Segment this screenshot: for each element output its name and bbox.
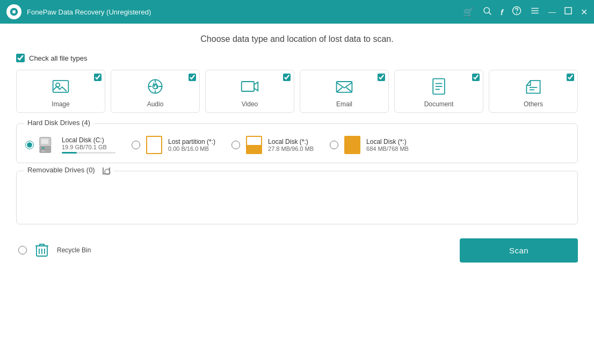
- partition-icon-full: [344, 136, 360, 154]
- scan-button[interactable]: Scan: [460, 238, 578, 263]
- recycle-icon: [34, 241, 49, 259]
- drive-size-partition: 0.00 B/16.0 MB: [168, 145, 215, 152]
- others-icon: [523, 76, 544, 97]
- image-icon: [50, 76, 71, 97]
- drive-radio-star1[interactable]: [231, 141, 240, 149]
- email-icon: [334, 76, 355, 97]
- drive-local-star2[interactable]: Local Disk (*:) 684 MB/768 MB: [330, 135, 409, 155]
- email-label: Email: [336, 100, 352, 108]
- video-icon: [239, 76, 260, 97]
- drive-info-c: Local Disk (C:) 19.9 GB/70.1 GB: [62, 136, 115, 154]
- drive-icon-c: [38, 135, 57, 155]
- drive-lost-partition[interactable]: Lost partition (*:) 0.00 B/16.0 MB: [132, 135, 215, 155]
- cart-icon[interactable]: 🛒: [463, 7, 474, 17]
- removable-drives-inner: [25, 179, 569, 211]
- audio-checkbox[interactable]: [189, 74, 196, 81]
- file-type-email[interactable]: Email: [300, 70, 389, 113]
- hard-disk-title: Hard Disk Drives (4): [24, 119, 93, 127]
- restore-icon[interactable]: [564, 7, 572, 17]
- audio-label: Audio: [147, 100, 164, 108]
- svg-line-1: [489, 12, 491, 14]
- refresh-icon[interactable]: [103, 167, 110, 174]
- svg-rect-22: [42, 148, 45, 149]
- svg-rect-23: [40, 150, 51, 153]
- hard-disk-drives-section: Hard Disk Drives (4): [16, 123, 578, 163]
- drive-local-c[interactable]: Local Disk (C:) 19.9 GB/70.1 GB: [25, 135, 115, 155]
- file-type-video[interactable]: Video: [205, 70, 294, 113]
- svg-rect-25: [41, 139, 48, 144]
- recycle-bin-label: Recycle Bin: [57, 246, 91, 254]
- main-content: Choose data type and location of lost da…: [0, 24, 594, 364]
- svg-rect-7: [565, 8, 571, 14]
- drive-name-partition: Lost partition (*:): [168, 138, 215, 145]
- drive-local-star1[interactable]: Local Disk (*:) 27.8 MB/96.0 MB: [231, 135, 314, 155]
- document-icon: [428, 76, 450, 97]
- email-checkbox[interactable]: [378, 74, 385, 81]
- drive-radio-c[interactable]: [25, 141, 34, 149]
- file-type-document[interactable]: Document: [394, 70, 483, 113]
- file-type-image[interactable]: Image: [16, 70, 105, 113]
- page-heading: Choose data type and location of lost da…: [16, 34, 578, 44]
- check-all-row: Check all file types: [16, 54, 578, 62]
- drive-icon-star1: [244, 135, 264, 155]
- drive-name-c: Local Disk (C:): [62, 136, 115, 144]
- others-checkbox[interactable]: [567, 74, 574, 81]
- title-bar: FonePaw Data Recovery (Unregistered) 🛒 f…: [0, 0, 594, 24]
- menu-icon[interactable]: [530, 6, 540, 18]
- video-label: Video: [242, 100, 258, 108]
- drive-progress-fill-c: [62, 152, 77, 154]
- removable-drives-section: Removable Drives (0): [16, 171, 578, 224]
- document-checkbox[interactable]: [472, 74, 480, 81]
- document-label: Document: [424, 100, 454, 108]
- scan-button-wrap: Scan: [460, 234, 578, 263]
- drive-icon-star2: [343, 135, 362, 155]
- drive-size-c: 19.9 GB/70.1 GB: [62, 144, 115, 150]
- check-all-checkbox[interactable]: [16, 54, 25, 62]
- drive-icon-partition: [144, 135, 164, 155]
- window-controls: 🛒 f — ✕: [463, 6, 588, 18]
- partition-icon-empty: [146, 136, 162, 154]
- check-all-label[interactable]: Check all file types: [29, 54, 87, 62]
- help-icon[interactable]: [512, 6, 521, 18]
- drive-info-star1: Local Disk (*:) 27.8 MB/96.0 MB: [268, 138, 314, 152]
- video-checkbox[interactable]: [283, 74, 291, 81]
- svg-point-3: [517, 12, 517, 13]
- drive-info-partition: Lost partition (*:) 0.00 B/16.0 MB: [168, 138, 215, 152]
- app-logo: [6, 4, 21, 19]
- drive-radio-partition[interactable]: [132, 141, 140, 149]
- drive-list: Local Disk (C:) 19.9 GB/70.1 GB Lost par…: [25, 132, 569, 155]
- drive-size-star1: 27.8 MB/96.0 MB: [268, 145, 314, 152]
- drive-info-star2: Local Disk (*:) 684 MB/768 MB: [366, 138, 409, 152]
- drive-progress-bar-c: [62, 152, 115, 154]
- svg-point-0: [484, 8, 490, 13]
- minimize-icon[interactable]: —: [548, 8, 556, 16]
- file-type-others[interactable]: Others: [489, 70, 578, 113]
- search-icon[interactable]: [482, 6, 492, 18]
- drive-radio-star2[interactable]: [330, 141, 338, 149]
- close-icon[interactable]: ✕: [581, 7, 588, 17]
- partition-icon-half: [246, 136, 262, 154]
- file-types-row: Image Audio: [16, 70, 578, 113]
- facebook-icon[interactable]: f: [501, 8, 503, 17]
- removable-drives-title: Removable Drives (0): [24, 166, 113, 174]
- drive-name-star2: Local Disk (*:): [366, 138, 409, 145]
- recycle-radio[interactable]: [18, 246, 27, 254]
- image-checkbox[interactable]: [94, 74, 102, 81]
- svg-rect-12: [242, 82, 254, 91]
- svg-rect-24: [42, 150, 45, 151]
- file-type-audio[interactable]: Audio: [111, 70, 200, 113]
- audio-icon: [144, 76, 166, 97]
- image-label: Image: [52, 100, 69, 108]
- svg-rect-21: [40, 147, 51, 150]
- recycle-bin-section: Recycle Bin: [16, 236, 91, 261]
- drive-size-star2: 684 MB/768 MB: [366, 145, 409, 152]
- others-label: Others: [524, 100, 543, 108]
- app-title: FonePaw Data Recovery (Unregistered): [27, 8, 463, 16]
- drive-name-star1: Local Disk (*:): [268, 138, 314, 145]
